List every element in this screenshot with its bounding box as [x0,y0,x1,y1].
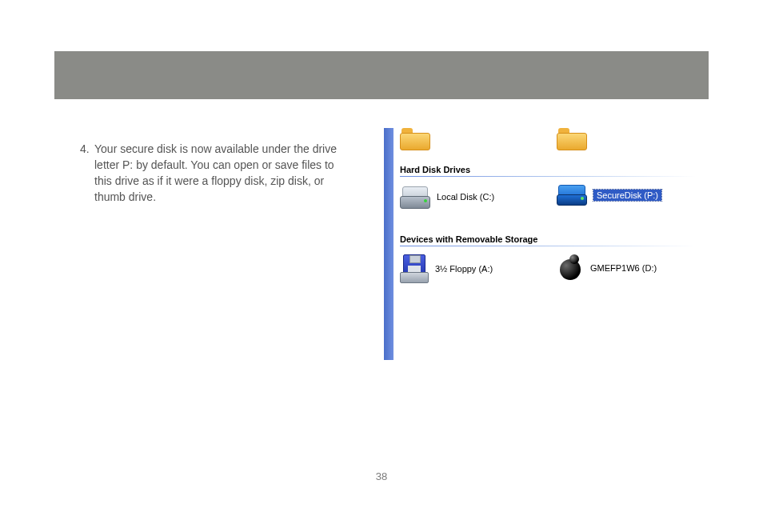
hard-disk-icon [400,185,430,209]
floppy-disk-icon [400,254,429,283]
instruction-number: 4. [80,141,94,205]
removable-device-drive[interactable]: GMEFP1W6 (D:) [557,254,657,282]
local-disk-drive[interactable]: Local Disk (C:) [400,185,494,209]
folder-icon [400,128,429,149]
explorer-content: Hard Disk Drives Local Disk (C:) SecureD… [400,128,696,360]
group-divider [400,246,696,246]
removable-storage-group: Devices with Removable Storage 3½ Floppy… [400,231,696,296]
group-header-removable: Devices with Removable Storage [400,231,696,246]
device-orb-icon [557,254,584,282]
folder-icon [557,128,585,149]
drive-label-selected: SecureDisk (P:) [593,190,661,201]
explorer-sidebar-stripe [384,128,393,360]
drive-row: 3½ Floppy (A:) GMEFP1W6 (D:) [400,254,696,296]
page-number: 38 [0,470,763,482]
document-page: 4. Your secure disk is now available und… [0,0,763,532]
instruction-text: Your secure disk is now available under … [94,141,352,205]
floppy-drive[interactable]: 3½ Floppy (A:) [400,254,493,283]
hard-disk-group: Hard Disk Drives Local Disk (C:) SecureD… [400,162,696,226]
secure-disk-drive[interactable]: SecureDisk (P:) [557,185,661,206]
group-divider [400,176,696,177]
instruction-block: 4. Your secure disk is now available und… [80,141,352,205]
drive-label: Local Disk (C:) [437,192,494,202]
secure-disk-icon [557,185,587,206]
explorer-screenshot: Hard Disk Drives Local Disk (C:) SecureD… [384,128,696,360]
top-folder-row [400,128,696,157]
group-header-hard-disks: Hard Disk Drives [400,162,696,176]
drive-label: 3½ Floppy (A:) [435,264,493,274]
header-bar [54,51,709,99]
drive-label: GMEFP1W6 (D:) [590,263,657,273]
drive-row: Local Disk (C:) SecureDisk (P:) [400,185,696,226]
instruction-item: 4. Your secure disk is now available und… [80,141,352,205]
